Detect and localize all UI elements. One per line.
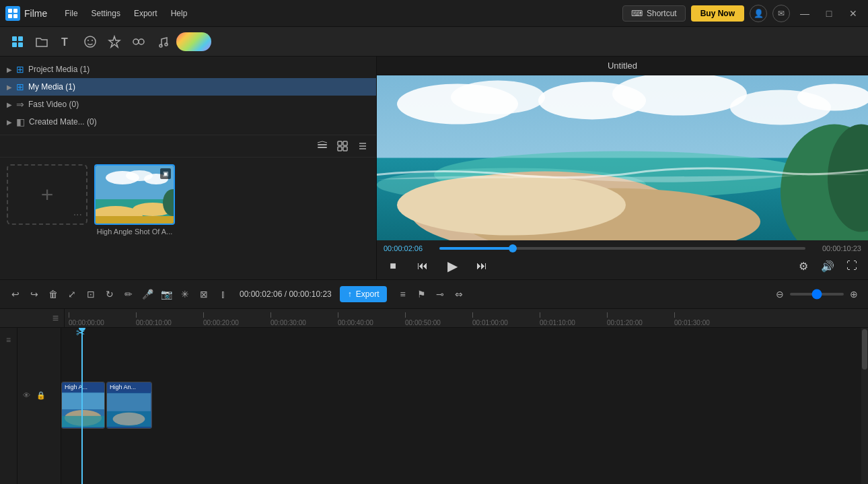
connect-icon[interactable]: ⊸: [431, 285, 449, 303]
project-media-label: Project Media (1): [28, 65, 89, 74]
settings-preview-icon[interactable]: ⚙: [794, 256, 813, 275]
project-media-icon: ⊞: [16, 64, 24, 75]
effects-tool-icon[interactable]: [104, 31, 125, 53]
gradient-tool-button[interactable]: [176, 32, 211, 51]
sidebar-item-fast-video[interactable]: ▶ ⇒ Fast Video (0): [0, 96, 376, 113]
dots-icon[interactable]: ···: [73, 209, 82, 221]
timeline-menu-icon[interactable]: ≡: [2, 333, 15, 347]
time-display: 00:00:02:06 / 00:00:10:23: [233, 289, 338, 299]
media-thumbnail[interactable]: ▣ High Angle Shot Of A...: [94, 164, 175, 236]
timeline-ruler: ≡ 00:00:00:00 00:00:10:00 00:00:20:00 00…: [0, 309, 868, 328]
lock-icon[interactable]: 🔒: [35, 389, 47, 401]
flag-icon[interactable]: ⚑: [412, 285, 430, 303]
clip-2-header: High An...: [107, 382, 151, 392]
svg-rect-7: [18, 42, 23, 47]
fast-video-icon: ⇒: [16, 99, 24, 110]
scrollbar-thumb[interactable]: [862, 329, 867, 370]
fullscreen-icon[interactable]: ⛶: [842, 256, 861, 275]
close-button[interactable]: ✕: [844, 4, 863, 23]
title-bar: Filme File Settings Export Help ⌨ Shortc…: [0, 0, 868, 27]
sidebar-item-my-media[interactable]: ▶ ⊞ My Media (1): [0, 78, 376, 96]
maximize-button[interactable]: □: [820, 4, 838, 23]
progress-thumb[interactable]: [509, 244, 517, 252]
svg-point-40: [797, 84, 868, 111]
add-media-button[interactable]: + ···: [7, 164, 87, 225]
volume-icon[interactable]: 🔊: [818, 256, 837, 275]
created-materials-icon: ◧: [16, 116, 25, 127]
prev-frame-button[interactable]: ⏮: [413, 256, 432, 275]
scrollbar-vertical[interactable]: [861, 328, 868, 484]
menu-export[interactable]: Export: [127, 6, 164, 21]
tree-arrow-created: ▶: [7, 118, 12, 126]
svg-point-46: [397, 175, 626, 236]
eye-icon[interactable]: 👁: [20, 389, 32, 401]
rotate-button[interactable]: ↻: [101, 285, 118, 303]
zoom-out-button[interactable]: ⊖: [772, 287, 787, 302]
pen-button[interactable]: ✏: [120, 285, 137, 303]
user-icon[interactable]: 👤: [750, 5, 767, 22]
next-frame-button[interactable]: ⏭: [472, 256, 491, 275]
svg-rect-1: [13, 9, 17, 13]
ruler-mark-8: 00:01:20:00: [607, 310, 674, 326]
grid-icon[interactable]: [334, 138, 351, 154]
transitions-tool-icon[interactable]: [128, 31, 149, 53]
export-button[interactable]: ↑ Export: [340, 286, 388, 302]
progress-track[interactable]: [439, 247, 805, 250]
folder-tool-icon[interactable]: [31, 31, 52, 53]
svg-rect-52: [62, 416, 104, 427]
time-current: 00:00:02:06: [384, 244, 434, 252]
progress-fill: [439, 247, 513, 250]
menu-settings[interactable]: Settings: [85, 6, 127, 21]
media-tool-icon[interactable]: [7, 31, 28, 53]
clip-frame-2: [107, 392, 151, 428]
app-logo: Filme: [5, 6, 47, 21]
extend-icon[interactable]: ⇔: [450, 285, 468, 303]
layers-icon[interactable]: [314, 138, 330, 154]
buy-now-button[interactable]: Buy Now: [691, 5, 744, 22]
export-label: Export: [356, 289, 379, 299]
ruler-mark-5: 00:00:50:00: [405, 310, 472, 326]
ruler-menu-icon[interactable]: ≡: [49, 312, 63, 325]
menu-file[interactable]: File: [58, 6, 84, 21]
zoom-slider[interactable]: [790, 293, 844, 296]
music-tool-icon[interactable]: [152, 31, 174, 53]
video-clip-1[interactable]: High A...: [61, 382, 105, 429]
crop-button[interactable]: ⊡: [82, 285, 100, 303]
scissors-icon: ✂: [76, 328, 85, 339]
stop-button[interactable]: ■: [384, 256, 402, 275]
video-clip-2[interactable]: High An...: [106, 382, 152, 429]
playhead[interactable]: [81, 328, 83, 484]
redo-button[interactable]: ↪: [26, 285, 43, 303]
tree-arrow: ▶: [7, 66, 12, 73]
list-icon[interactable]: [355, 138, 371, 154]
delete-button[interactable]: 🗑: [44, 285, 62, 303]
timeline-tracks[interactable]: ✂ High A...: [61, 328, 868, 484]
menu-help[interactable]: Help: [164, 6, 194, 21]
shortcut-label: Shortcut: [647, 9, 677, 18]
resize-button[interactable]: ⊠: [195, 285, 213, 303]
align-icon[interactable]: ≡: [394, 285, 411, 303]
split-button[interactable]: ⫿: [214, 285, 231, 303]
emoji-tool-icon[interactable]: [79, 31, 101, 53]
svg-point-36: [451, 81, 545, 114]
mic-button[interactable]: 🎤: [139, 285, 156, 303]
sidebar-item-project-media[interactable]: ▶ ⊞ Project Media (1): [0, 61, 376, 78]
minimize-button[interactable]: —: [795, 4, 814, 23]
mail-icon[interactable]: ✉: [772, 5, 790, 22]
transform-button[interactable]: ⤢: [63, 285, 81, 303]
project-tree: ▶ ⊞ Project Media (1) ▶ ⊞ My Media (1) ▶…: [0, 57, 376, 135]
svg-rect-2: [8, 14, 12, 18]
camera-button[interactable]: 📷: [157, 285, 175, 303]
clip-frame: [62, 392, 104, 428]
svg-rect-31: [96, 216, 175, 225]
text-tool-icon[interactable]: T: [55, 31, 77, 53]
shortcut-button[interactable]: ⌨ Shortcut: [622, 5, 686, 22]
created-materials-label: Created Mate... (0): [29, 117, 97, 127]
effects-button[interactable]: ✳: [176, 285, 194, 303]
zoom-in-button[interactable]: ⊕: [846, 287, 861, 302]
play-button[interactable]: ▶: [443, 256, 462, 275]
sidebar-item-created-materials[interactable]: ▶ ◧ Created Mate... (0): [0, 113, 376, 131]
undo-button[interactable]: ↩: [7, 285, 24, 303]
svg-rect-21: [343, 147, 347, 151]
ruler-mark-6: 00:01:00:00: [472, 310, 540, 326]
